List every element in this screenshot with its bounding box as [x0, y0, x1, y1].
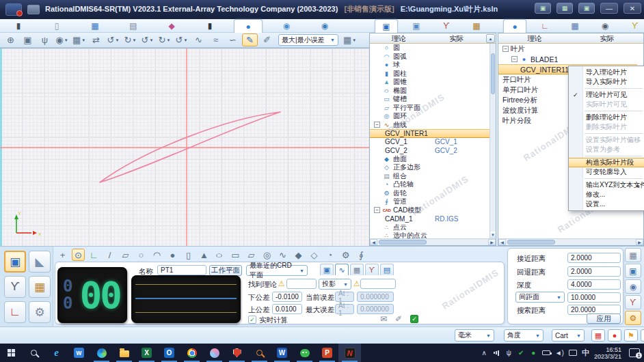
retract-input[interactable]: 2.0000: [567, 266, 621, 277]
tree-item[interactable]: −叶片: [498, 44, 637, 54]
name-input[interactable]: PT1: [157, 265, 206, 275]
notification-center-icon[interactable]: 1: [629, 348, 640, 357]
depth-input[interactable]: 4.0000: [567, 279, 621, 290]
clearance-select[interactable]: 间距面 ▼: [515, 292, 565, 303]
fixture-mode-button[interactable]: ▦: [29, 276, 51, 298]
tab-features[interactable]: ▣: [375, 19, 398, 33]
model-panel-button[interactable]: ▣: [625, 264, 641, 278]
settings-panel-button[interactable]: ⚙: [625, 311, 641, 325]
machine-mode-button[interactable]: ▣: [4, 251, 26, 273]
tab-display[interactable]: ◉: [272, 19, 301, 33]
collapse-toggle-icon[interactable]: −: [374, 207, 380, 213]
tree-item[interactable]: ○椭圆: [370, 87, 489, 96]
circle-icon[interactable]: ○: [135, 249, 148, 261]
tray-volume-icon[interactable]: ◄): [555, 349, 564, 357]
tab-grid[interactable]: ▦: [563, 19, 587, 33]
tab-camera[interactable]: ◉: [593, 19, 617, 33]
tray-ime-icon[interactable]: 中: [582, 348, 589, 358]
taskbar-search-button[interactable]: [23, 344, 45, 362]
taskbar-explorer[interactable]: [113, 344, 135, 362]
scrollbar-thumb[interactable]: [379, 240, 427, 245]
menu-item[interactable]: 输出XYZ到文本文件▶: [569, 180, 644, 190]
tab-list[interactable]: ▤: [380, 264, 394, 275]
construct-icon[interactable]: +: [56, 249, 69, 261]
tree-item[interactable]: GCV_2GCV_2: [370, 146, 489, 155]
tray-wechat-icon[interactable]: ●: [530, 349, 537, 357]
sweep-tool-2[interactable]: ≈: [208, 33, 224, 46]
tray-antivirus-icon[interactable]: ✔: [518, 349, 525, 357]
close-button[interactable]: ✕: [623, 3, 641, 14]
menu-item[interactable]: 导入实际叶片: [569, 77, 644, 87]
tab-table[interactable]: ▦: [81, 19, 109, 33]
taskbar-powerpoint[interactable]: P: [316, 344, 338, 362]
confirm-icon[interactable]: ✓: [410, 315, 418, 323]
tree-item[interactable]: ▤组合: [370, 172, 489, 181]
alignment-mode-button[interactable]: ◣: [29, 251, 51, 273]
tab-table[interactable]: ▦: [350, 264, 364, 275]
scrollbar-thumb[interactable]: [491, 53, 495, 94]
tab-blade[interactable]: ●: [503, 19, 526, 33]
menu-item[interactable]: 修改...: [569, 190, 644, 199]
tree-item[interactable]: −●BLADE1: [498, 54, 637, 64]
collapse-toggle-icon[interactable]: −: [511, 56, 518, 62]
coordinate-mode-button[interactable]: ∟: [4, 301, 26, 323]
error-display-select[interactable]: 最大|最小误差▼: [278, 34, 338, 46]
tree-item[interactable]: ⚙齿轮: [370, 189, 489, 198]
tree-item[interactable]: ∴点云: [370, 223, 489, 232]
annotate-pen-tool[interactable]: ✎: [242, 33, 258, 46]
rotate-tool-2[interactable]: ↻▼: [122, 33, 138, 46]
remote-session-icon[interactable]: ▣: [535, 3, 551, 14]
tab-probe[interactable]: ϒ: [365, 264, 379, 275]
slot-icon[interactable]: ▭: [229, 249, 242, 261]
plane-select[interactable]: 最靠近的CRD平面 ▼: [246, 265, 308, 276]
taskbar-word[interactable]: W: [271, 344, 293, 362]
tree-item[interactable]: ◆曲面: [370, 155, 489, 164]
tree-item[interactable]: ▮圆柱: [370, 70, 489, 79]
tab-capture[interactable]: ◉: [310, 19, 339, 33]
scrollbar-thumb[interactable]: [507, 240, 555, 245]
sweep-tool-3[interactable]: ∽: [225, 33, 241, 46]
tree-item[interactable]: ○圆: [370, 44, 489, 53]
tray-display-icon[interactable]: [569, 350, 577, 356]
projection-input[interactable]: [360, 279, 396, 289]
tab-geometry[interactable]: ▣: [320, 264, 334, 275]
tab-file[interactable]: ▮: [4, 19, 33, 33]
cone-icon[interactable]: ▲: [198, 249, 211, 261]
status-flag-icon[interactable]: ⚑: [624, 329, 638, 342]
scroll-left-button[interactable]: ◀: [370, 239, 377, 245]
arc-icon[interactable]: ◠: [150, 249, 163, 261]
grid-display-tool[interactable]: ▦▼: [342, 33, 358, 46]
menu-item[interactable]: 删除理论叶片: [569, 113, 644, 122]
tree-item[interactable]: −∿曲线: [370, 121, 489, 130]
units-select[interactable]: 毫米 ▼: [455, 329, 494, 342]
tab-tolerance[interactable]: ϒ: [623, 19, 644, 33]
taskbar-rationaldmis[interactable]: N: [338, 344, 361, 362]
probe-mode-button[interactable]: ϒ: [4, 276, 26, 298]
tab-probes[interactable]: ϒ: [435, 19, 458, 33]
tree-item[interactable]: ∴选中的点云: [370, 232, 489, 238]
tab-device[interactable]: ▮: [196, 19, 224, 33]
tab-view[interactable]: ●: [234, 19, 263, 33]
tree-item[interactable]: CADM_1RD.IGS: [370, 214, 489, 223]
menu-item[interactable]: 设置...: [569, 199, 644, 209]
torus-icon[interactable]: ◎: [260, 249, 273, 261]
scroll-left-button[interactable]: ◀: [498, 239, 506, 245]
taskbar-edge[interactable]: [90, 344, 113, 362]
point-icon[interactable]: ⊙: [72, 249, 85, 261]
parallel-planes-icon[interactable]: ▱: [245, 249, 258, 261]
lower-tol-input[interactable]: -0.0100: [272, 292, 302, 302]
scroll-down-button[interactable]: ▼: [490, 232, 496, 238]
probe-panel-button[interactable]: ϒ: [625, 295, 641, 309]
tree-item[interactable]: ◎圆环: [370, 112, 489, 121]
menu-item[interactable]: 构造实际叶片段: [569, 158, 644, 167]
rotate-tool-5[interactable]: ↺▼: [174, 33, 189, 46]
tab-solids[interactable]: ▣: [405, 19, 428, 33]
tree-item[interactable]: ▱平行平面: [370, 104, 489, 113]
feature-tree-vscrollbar[interactable]: ▼: [489, 44, 496, 238]
polygon-icon[interactable]: ◇: [308, 249, 321, 261]
snapshot-tool[interactable]: ▦▼: [71, 33, 87, 46]
collapse-toggle-icon[interactable]: −: [502, 46, 509, 52]
menu-item[interactable]: ✓理论叶片可见: [569, 90, 644, 100]
rotate-tool-1[interactable]: ↺▼: [105, 33, 121, 46]
window-menu-icon[interactable]: [27, 5, 40, 14]
